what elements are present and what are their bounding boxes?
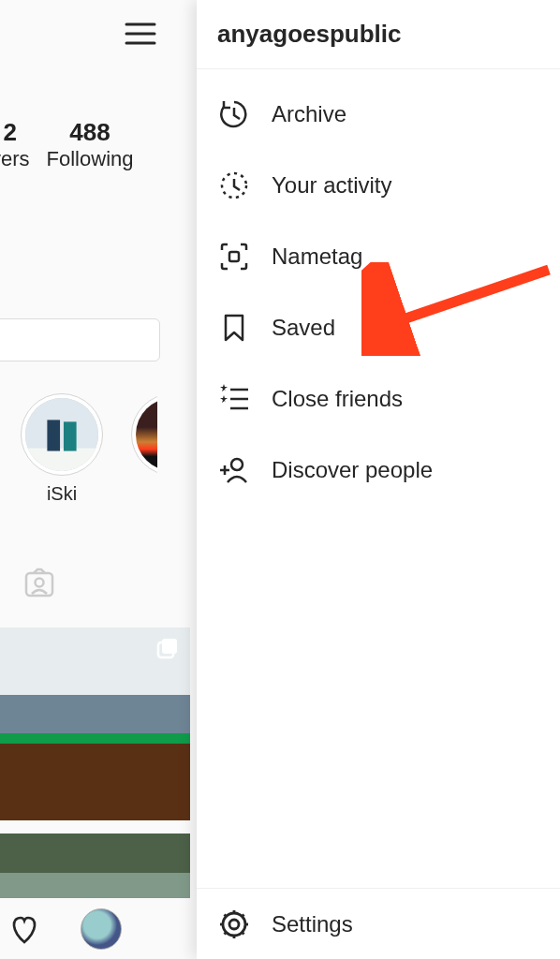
menu-item-close-friends[interactable]: Close friends: [197, 363, 560, 435]
activity-icon: [218, 170, 250, 201]
story-thumbnail-icon: [25, 398, 98, 471]
menu-label: Nametag: [272, 243, 362, 270]
menu-item-settings[interactable]: Settings: [197, 888, 560, 959]
followers-count: 2: [0, 118, 30, 147]
svg-line-26: [242, 931, 244, 934]
profile-tab[interactable]: [81, 908, 122, 950]
tagged-tab[interactable]: [21, 564, 58, 605]
heart-icon: [6, 910, 43, 948]
bookmark-icon: [218, 312, 250, 344]
settings-icon: [218, 908, 250, 940]
activity-tab[interactable]: [6, 910, 43, 948]
svg-line-27: [225, 931, 228, 934]
drawer-menu: Archive Your activity Nametag: [197, 69, 560, 506]
svg-rect-12: [229, 252, 239, 261]
menu-label: Discover people: [272, 457, 433, 483]
tagged-icon: [21, 564, 58, 601]
settings-label: Settings: [272, 911, 353, 937]
menu-item-saved[interactable]: Saved: [197, 292, 560, 363]
svg-rect-7: [26, 573, 52, 596]
menu-item-nametag[interactable]: Nametag: [197, 221, 560, 292]
story-label: iSki: [21, 483, 103, 505]
following-label: Following: [47, 147, 134, 171]
edit-profile-button[interactable]: [0, 318, 160, 361]
stat-following[interactable]: 488 Following: [47, 118, 134, 171]
svg-rect-4: [25, 449, 98, 471]
svg-line-25: [225, 914, 228, 917]
bottom-nav: [0, 898, 197, 959]
hamburger-icon: [125, 21, 156, 47]
menu-item-discover[interactable]: Discover people: [197, 435, 560, 506]
discover-people-icon: [218, 454, 250, 486]
menu-item-archive[interactable]: Archive: [197, 79, 560, 150]
menu-label: Your activity: [272, 172, 392, 199]
post-thumbnail[interactable]: [0, 627, 190, 820]
close-friends-icon: [218, 383, 250, 415]
side-drawer: anyagoespublic Archive Your activity: [197, 0, 560, 959]
svg-rect-6: [64, 421, 77, 450]
stat-followers[interactable]: 2 vers: [0, 118, 30, 171]
menu-label: Archive: [272, 101, 346, 127]
profile-stats: 2 vers 488 Following: [0, 118, 134, 171]
story-highlights: iSki Sk: [21, 393, 214, 505]
menu-label: Close friends: [272, 386, 403, 412]
svg-line-28: [242, 914, 244, 917]
drawer-username: anyagoespublic: [197, 0, 560, 69]
archive-icon: [218, 98, 250, 130]
menu-label: Saved: [272, 315, 335, 341]
svg-rect-5: [47, 420, 60, 450]
svg-rect-9: [162, 639, 177, 654]
svg-point-20: [229, 920, 239, 929]
carousel-icon: [156, 637, 181, 661]
menu-button[interactable]: [122, 15, 159, 52]
svg-point-16: [231, 459, 243, 470]
following-count: 488: [47, 118, 134, 147]
nametag-icon: [218, 241, 250, 273]
svg-point-8: [36, 579, 44, 587]
post-thumbnail[interactable]: [0, 834, 190, 899]
followers-label: vers: [0, 147, 30, 171]
story-highlight-iski[interactable]: iSki: [21, 393, 103, 505]
menu-item-activity[interactable]: Your activity: [197, 150, 560, 221]
profile-background: 2 vers 488 Following iSki Sk: [0, 0, 197, 959]
